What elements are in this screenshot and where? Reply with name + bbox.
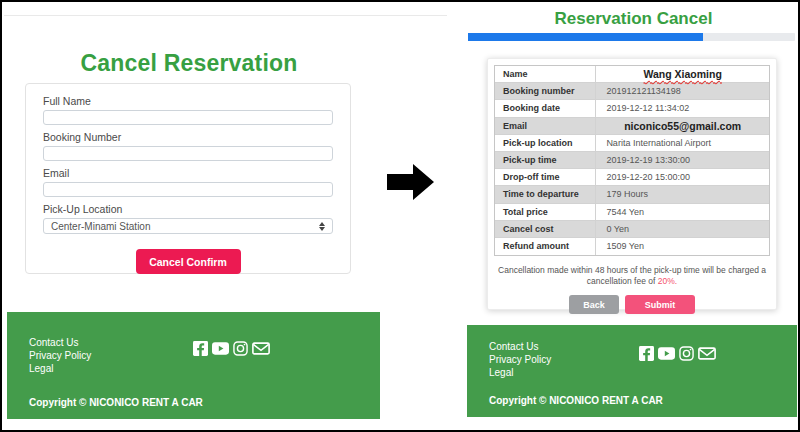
- cancel-reservation-page: Cancel Reservation Full Name Booking Num…: [4, 2, 447, 430]
- reservation-summary-card: Name Wang Xiaoming Booking number 201912…: [487, 58, 777, 310]
- booking-number-label: Booking Number: [43, 131, 333, 143]
- table-row: Name Wang Xiaoming: [495, 66, 769, 83]
- email-value: niconico55@gmail.com: [596, 118, 769, 134]
- progress-bar: [468, 33, 795, 41]
- screenshot-canvas: Cancel Reservation Full Name Booking Num…: [0, 0, 800, 432]
- table-row: Booking number 201912121134198: [495, 83, 769, 100]
- reservation-table: Name Wang Xiaoming Booking number 201912…: [494, 65, 770, 256]
- social-icons: [193, 341, 270, 356]
- arrow-right-icon: [387, 163, 435, 201]
- pickup-location-selected-value: Center-Minami Station: [51, 221, 150, 232]
- page-title: Cancel Reservation: [4, 50, 374, 77]
- page-title: Reservation Cancel: [470, 9, 797, 29]
- contact-us-link[interactable]: Contact Us: [29, 337, 91, 348]
- youtube-icon[interactable]: [658, 347, 675, 360]
- cancellation-policy-note: Cancellation made within 48 hours of the…: [494, 265, 770, 286]
- cancel-form-card: Full Name Booking Number Email Pick-Up L…: [25, 83, 351, 274]
- table-row: Pick-up location Narita International Ai…: [495, 135, 769, 152]
- table-row: Booking date 2019-12-12 11:34:02: [495, 100, 769, 117]
- footer-links: Contact Us Privacy Policy Legal: [489, 341, 551, 378]
- submit-button[interactable]: Submit: [625, 295, 695, 314]
- back-button[interactable]: Back: [569, 295, 619, 314]
- reservation-cancel-page: Reservation Cancel Name Wang Xiaoming Bo…: [460, 2, 800, 430]
- privacy-policy-link[interactable]: Privacy Policy: [489, 354, 551, 365]
- pickup-location-label: Pick-Up Location: [43, 203, 333, 215]
- email-icon[interactable]: [698, 347, 716, 360]
- facebook-icon[interactable]: [639, 346, 654, 361]
- name-value: Wang Xiaoming: [596, 66, 769, 82]
- table-row: Email niconico55@gmail.com: [495, 118, 769, 135]
- copyright-text: Copyright © NICONICO RENT A CAR: [489, 395, 663, 406]
- footer: Contact Us Privacy Policy Legal Copyrigh…: [467, 325, 797, 417]
- table-row: Refund amount 1509 Yen: [495, 238, 769, 255]
- table-row: Time to departure 179 Hours: [495, 186, 769, 203]
- cancellation-fee-percent: 20%.: [658, 276, 677, 286]
- table-row: Cancel cost 0 Yen: [495, 221, 769, 238]
- select-spinner-icon: [319, 222, 325, 231]
- privacy-policy-link[interactable]: Privacy Policy: [29, 350, 91, 361]
- facebook-icon[interactable]: [193, 341, 208, 356]
- youtube-icon[interactable]: [212, 342, 229, 355]
- table-row: Total price 7544 Yen: [495, 204, 769, 221]
- footer-links: Contact Us Privacy Policy Legal: [29, 337, 91, 374]
- navbar-divider: [4, 15, 447, 16]
- legal-link[interactable]: Legal: [489, 367, 551, 378]
- email-label: Email: [43, 167, 333, 179]
- cancel-confirm-button[interactable]: Cancel Confirm: [136, 249, 241, 274]
- legal-link[interactable]: Legal: [29, 363, 91, 374]
- action-buttons: Back Submit: [494, 295, 770, 314]
- email-input[interactable]: [43, 182, 333, 197]
- instagram-icon[interactable]: [679, 346, 694, 361]
- footer: Contact Us Privacy Policy Legal Copyrigh…: [7, 312, 380, 419]
- copyright-text: Copyright © NICONICO RENT A CAR: [29, 397, 203, 408]
- pickup-location-select[interactable]: Center-Minami Station: [43, 218, 333, 234]
- instagram-icon[interactable]: [233, 341, 248, 356]
- email-icon[interactable]: [252, 342, 270, 355]
- progress-fill: [468, 33, 703, 41]
- contact-us-link[interactable]: Contact Us: [489, 341, 551, 352]
- social-icons: [639, 346, 716, 361]
- table-row: Drop-off time 2019-12-20 15:00:00: [495, 169, 769, 186]
- booking-number-input[interactable]: [43, 146, 333, 161]
- full-name-input[interactable]: [43, 110, 333, 125]
- table-row: Pick-up time 2019-12-19 13:30:00: [495, 152, 769, 169]
- full-name-label: Full Name: [43, 95, 333, 107]
